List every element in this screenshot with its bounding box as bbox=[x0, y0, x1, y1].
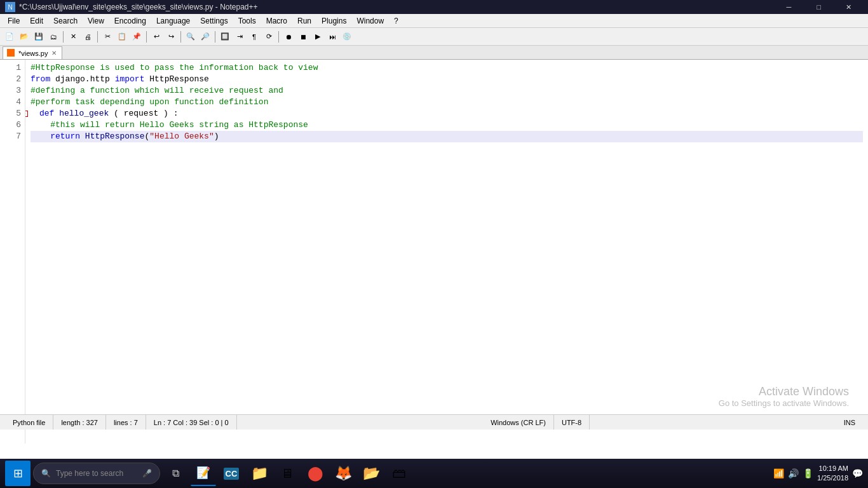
line7-indent bbox=[31, 131, 50, 142]
find-btn[interactable]: 🔍 bbox=[184, 30, 198, 44]
clock-time: 10:19 AM bbox=[817, 464, 848, 473]
redo-btn[interactable]: ↪ bbox=[164, 30, 178, 44]
code-line-6: #this will return Hello Geeks string as … bbox=[31, 119, 863, 131]
notification-icon[interactable]: 💬 bbox=[852, 468, 863, 478]
menu-plugins[interactable]: Plugins bbox=[316, 14, 351, 28]
macro-record[interactable]: ⏺ bbox=[281, 30, 295, 44]
task-view-button[interactable]: ⧉ bbox=[163, 461, 188, 486]
line-num-5: 5 bbox=[4, 108, 21, 119]
taskbar-app-chrome[interactable]: ⬤ bbox=[302, 461, 328, 486]
sync-btn[interactable]: ⟳ bbox=[262, 30, 276, 44]
network-icon[interactable]: 📶 bbox=[773, 468, 784, 478]
maximize-button[interactable]: □ bbox=[804, 0, 833, 14]
cc-icon: CC bbox=[224, 468, 240, 480]
menu-window[interactable]: Window bbox=[351, 14, 389, 28]
taskbar-app-cc[interactable]: CC bbox=[219, 461, 244, 486]
macro-next[interactable]: ⏭ bbox=[325, 30, 339, 44]
window-title: *C:\Users\Ujjwal\env_site\geeks_site\gee… bbox=[19, 3, 258, 11]
system-clock[interactable]: 10:19 AM 1/25/2018 bbox=[817, 464, 848, 484]
taskbar-app-app2[interactable]: 🗃 bbox=[386, 461, 412, 486]
menu-edit[interactable]: Edit bbox=[25, 14, 48, 28]
taskbar-tray: 📶 🔊 🔋 10:19 AM 1/25/2018 💬 bbox=[773, 464, 863, 484]
code-line-7: return HttpResponse("Hello Geeks") bbox=[31, 131, 863, 142]
lines-label: lines : 7 bbox=[114, 419, 138, 426]
menu-language[interactable]: Language bbox=[151, 14, 195, 28]
taskbar-app-files[interactable]: 📂 bbox=[358, 461, 384, 486]
firefox-icon: 🦊 bbox=[335, 465, 352, 482]
line2-from: from bbox=[31, 74, 50, 85]
menu-file[interactable]: File bbox=[3, 14, 25, 28]
menu-search[interactable]: Search bbox=[48, 14, 83, 28]
window-controls: ─ □ ✕ bbox=[775, 0, 863, 14]
windows-icon: ⊞ bbox=[13, 466, 23, 480]
code-line-2: from django.http import HttpResponse bbox=[31, 74, 863, 85]
taskbar-search[interactable]: 🔍 Type here to search 🎤 bbox=[33, 463, 160, 484]
code-line-5: - def hello_geek ( request ) : bbox=[31, 108, 863, 119]
app-icon: N bbox=[5, 2, 15, 12]
open-btn[interactable]: 📂 bbox=[17, 30, 31, 44]
paste-btn[interactable]: 📌 bbox=[130, 30, 144, 44]
battery-icon[interactable]: 🔋 bbox=[803, 468, 813, 478]
fold-icon-5[interactable]: - bbox=[25, 111, 28, 117]
zoom-in-btn[interactable]: 🔲 bbox=[218, 30, 232, 44]
macro-play[interactable]: ▶ bbox=[311, 30, 325, 44]
line3-text: #defining a function which will receive … bbox=[31, 85, 283, 97]
line6-text: #this will return Hello Geeks string as … bbox=[31, 119, 308, 131]
menu-encoding[interactable]: Encoding bbox=[109, 14, 151, 28]
menu-?[interactable]: ? bbox=[389, 14, 403, 28]
sep1 bbox=[63, 31, 64, 43]
tab-close-button[interactable]: ✕ bbox=[51, 50, 57, 57]
sep6 bbox=[278, 31, 279, 43]
findreplace-btn[interactable]: 🔎 bbox=[198, 30, 212, 44]
save-btn[interactable]: 💾 bbox=[32, 30, 46, 44]
minimize-button[interactable]: ─ bbox=[775, 0, 803, 14]
task-view-icon: ⧉ bbox=[172, 468, 179, 479]
tab-views-py[interactable]: *views.py ✕ bbox=[3, 46, 62, 59]
app2-icon: 🗃 bbox=[392, 465, 406, 482]
start-button[interactable]: ⊞ bbox=[5, 461, 31, 486]
code-editor[interactable]: #HttpResponse is used to pass the inform… bbox=[25, 60, 868, 444]
menu-macro[interactable]: Macro bbox=[261, 14, 292, 28]
files-icon: 📂 bbox=[363, 465, 380, 482]
wrap-btn[interactable]: ¶ bbox=[247, 30, 261, 44]
print-btn[interactable]: 🖨 bbox=[81, 30, 95, 44]
line7-paren2: ) bbox=[214, 131, 219, 142]
filetype-section: Python file bbox=[5, 415, 53, 430]
line-num-7: 7 bbox=[4, 131, 21, 142]
volume-icon[interactable]: 🔊 bbox=[788, 468, 799, 478]
tab-bar: *views.py ✕ bbox=[0, 46, 868, 60]
menu-settings[interactable]: Settings bbox=[195, 14, 233, 28]
taskbar-app-notepad[interactable]: 📝 bbox=[191, 461, 216, 486]
taskbar-app-explorer[interactable]: 📁 bbox=[247, 461, 272, 486]
macro-stop[interactable]: ⏹ bbox=[296, 30, 310, 44]
new-btn[interactable]: 📄 bbox=[3, 30, 17, 44]
line7-paren1: ( bbox=[144, 131, 149, 142]
line5-def: def bbox=[39, 108, 54, 119]
close-button[interactable]: ✕ bbox=[834, 0, 863, 14]
menu-view[interactable]: View bbox=[83, 14, 109, 28]
menubar: FileEditSearchViewEncodingLanguageSettin… bbox=[0, 14, 868, 28]
notepad-icon: 📝 bbox=[196, 466, 210, 480]
search-icon: 🔍 bbox=[41, 469, 51, 478]
menu-tools[interactable]: Tools bbox=[233, 14, 261, 28]
indent-btn[interactable]: ⇥ bbox=[233, 30, 247, 44]
length-section: length : 327 bbox=[53, 415, 106, 430]
line7-space bbox=[80, 131, 85, 142]
statusbar: Python file length : 327 lines : 7 Ln : … bbox=[0, 414, 868, 430]
save-all-btn[interactable]: 🗂 bbox=[46, 30, 60, 44]
copy-btn[interactable]: 📋 bbox=[115, 30, 129, 44]
line-num-1: 1 bbox=[4, 62, 21, 74]
close-btn[interactable]: ✕ bbox=[66, 30, 80, 44]
insert-section: INS bbox=[836, 415, 863, 430]
macro-save[interactable]: 💿 bbox=[340, 30, 354, 44]
eol-section: Windows (CR LF) bbox=[483, 415, 554, 430]
menu-run[interactable]: Run bbox=[292, 14, 316, 28]
editor-container: 1 2 3 4 5 6 7 #HttpResponse is used to p… bbox=[0, 60, 868, 444]
cut-btn[interactable]: ✂ bbox=[100, 30, 114, 44]
undo-btn[interactable]: ↩ bbox=[149, 30, 163, 44]
line5-space bbox=[54, 108, 59, 119]
line1-text: #HttpResponse is used to pass the inform… bbox=[31, 62, 318, 74]
taskbar-app-pycharm[interactable]: 🖥 bbox=[275, 461, 300, 486]
taskbar-app-firefox[interactable]: 🦊 bbox=[330, 461, 356, 486]
line5-rest: ( request ) : bbox=[109, 108, 178, 119]
